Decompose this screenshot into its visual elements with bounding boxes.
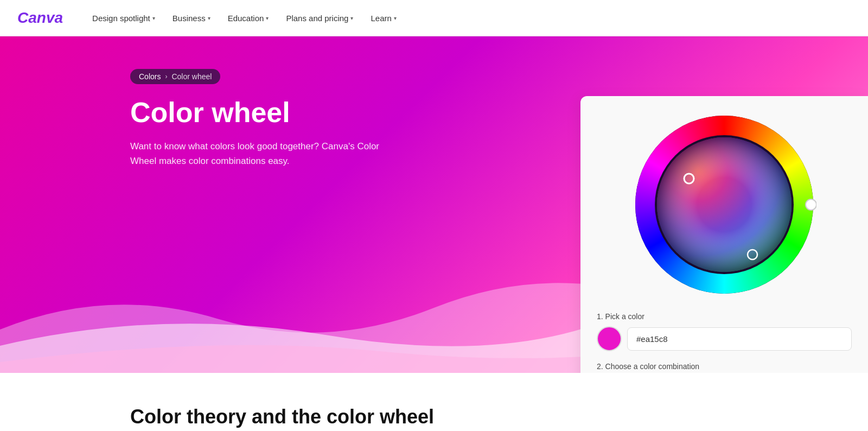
- hero-description: Want to know what colors look good toget…: [130, 139, 380, 168]
- color-wheel-container: [597, 112, 852, 297]
- chevron-down-icon: ▾: [208, 15, 210, 21]
- nav-item-education[interactable]: Education ▾: [220, 9, 277, 27]
- chevron-down-icon: ▾: [266, 15, 269, 21]
- color-wheel-svg[interactable]: [632, 112, 816, 297]
- section-title: Color theory and the color wheel: [130, 405, 738, 428]
- nav-item-design-spotlight[interactable]: Design spotlight ▾: [85, 9, 163, 27]
- color-wheel-card: 1. Pick a color 2. Choose a color combin…: [580, 96, 868, 373]
- breadcrumb: Colors › Color wheel: [130, 69, 220, 84]
- color-input-row: [597, 326, 852, 351]
- hero-section: Colors › Color wheel Color wheel Want to…: [0, 36, 868, 373]
- nav-item-learn[interactable]: Learn ▾: [363, 9, 404, 27]
- pick-color-label: 1. Pick a color: [597, 312, 852, 321]
- color-swatch[interactable]: [597, 326, 622, 351]
- hex-input[interactable]: [627, 327, 852, 351]
- ring-handle[interactable]: [806, 199, 816, 210]
- page-title: Color wheel: [130, 97, 515, 128]
- nav-item-plans-pricing[interactable]: Plans and pricing ▾: [278, 9, 361, 27]
- breadcrumb-parent[interactable]: Colors: [139, 72, 161, 81]
- chevron-down-icon: ▾: [350, 15, 353, 21]
- hero-content: Colors › Color wheel Color wheel Want to…: [0, 36, 515, 201]
- nav-item-business[interactable]: Business ▾: [165, 9, 218, 27]
- svg-point-10: [657, 137, 792, 272]
- chevron-down-icon: ▾: [394, 15, 397, 21]
- below-hero-section: Color theory and the color wheel Ever wo…: [0, 373, 868, 431]
- chevron-down-icon: ▾: [152, 15, 155, 21]
- choose-label: 2. Choose a color combination: [597, 362, 852, 371]
- breadcrumb-separator: ›: [165, 73, 167, 80]
- navigation: Canva Design spotlight ▾ Business ▾ Educ…: [0, 0, 868, 36]
- nav-items: Design spotlight ▾ Business ▾ Education …: [85, 9, 404, 27]
- breadcrumb-current: Color wheel: [171, 72, 212, 81]
- canva-logo[interactable]: Canva: [17, 9, 63, 27]
